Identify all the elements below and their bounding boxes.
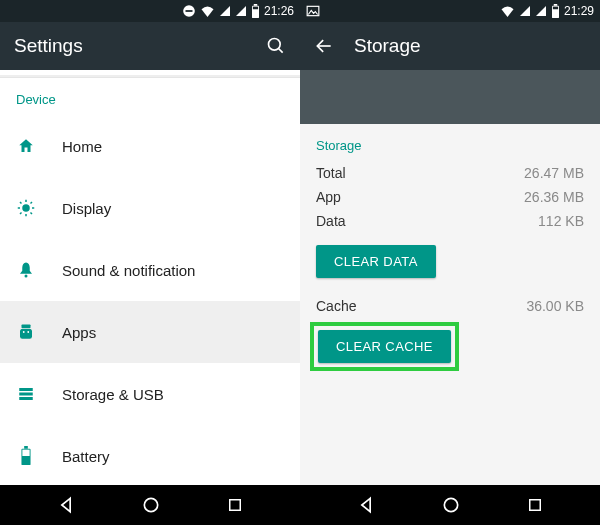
app-bar: Settings (0, 22, 300, 70)
nav-bar (300, 485, 600, 525)
svg-rect-20 (19, 388, 33, 391)
nav-bar (0, 485, 300, 525)
nav-recent[interactable] (226, 496, 244, 514)
list-item-label: Storage & USB (62, 386, 164, 403)
settings-content: Device Home Display Sound & notification (0, 70, 300, 485)
svg-rect-21 (19, 393, 33, 396)
page-title: Settings (14, 35, 246, 57)
list-item-label: Home (62, 138, 102, 155)
row-label: Data (316, 213, 346, 229)
battery-status-icon (251, 4, 260, 18)
svg-line-15 (31, 202, 33, 204)
svg-rect-27 (229, 500, 240, 511)
svg-line-14 (20, 213, 22, 215)
nav-back[interactable] (356, 495, 376, 515)
settings-screen: 21:26 Settings Device Home Display (0, 0, 300, 525)
svg-line-12 (20, 202, 22, 204)
svg-rect-22 (19, 397, 33, 400)
svg-point-33 (444, 498, 457, 511)
row-label: Total (316, 165, 346, 181)
row-label: Cache (316, 298, 356, 314)
list-item-label: Display (62, 200, 111, 217)
svg-line-6 (279, 49, 283, 53)
signal-icon (535, 5, 547, 17)
storage-total-row: Total 26.47 MB (300, 161, 600, 185)
status-clock: 21:26 (264, 4, 294, 18)
storage-content: Storage Total 26.47 MB App 26.36 MB Data… (300, 124, 600, 485)
svg-rect-17 (22, 325, 31, 329)
dnd-icon (182, 4, 196, 18)
storage-cache-row: Cache 36.00 KB (300, 294, 600, 318)
svg-rect-34 (529, 500, 540, 511)
row-value: 26.36 MB (524, 189, 584, 205)
section-header: Device (0, 78, 300, 115)
header-block (300, 70, 600, 124)
storage-screen: 21:29 Storage Storage Total 26.47 MB App… (300, 0, 600, 525)
home-icon (16, 137, 36, 155)
settings-item-display[interactable]: Display (0, 177, 300, 239)
svg-rect-3 (254, 4, 258, 6)
clear-cache-button[interactable]: CLEAR CACHE (318, 330, 451, 363)
svg-point-26 (144, 498, 157, 511)
status-clock: 21:29 (564, 4, 594, 18)
picture-icon (306, 5, 320, 17)
svg-point-18 (23, 331, 25, 333)
status-bar: 21:29 (300, 0, 600, 22)
settings-item-storage[interactable]: Storage & USB (0, 363, 300, 425)
svg-rect-31 (553, 7, 558, 10)
storage-data-row: Data 112 KB (300, 209, 600, 233)
settings-item-sound[interactable]: Sound & notification (0, 239, 300, 301)
status-bar: 21:26 (0, 0, 300, 22)
nav-home[interactable] (441, 495, 461, 515)
svg-rect-1 (185, 10, 192, 12)
wifi-icon (200, 5, 215, 17)
signal-icon (235, 5, 247, 17)
svg-point-19 (27, 331, 29, 333)
divider (0, 70, 300, 78)
nav-recent[interactable] (526, 496, 544, 514)
list-item-label: Battery (62, 448, 110, 465)
svg-point-16 (25, 275, 28, 278)
row-value: 112 KB (538, 213, 584, 229)
svg-rect-25 (22, 450, 29, 456)
highlight-clear-cache: CLEAR CACHE (310, 322, 459, 371)
row-value: 26.47 MB (524, 165, 584, 181)
list-item-label: Apps (62, 324, 96, 341)
storage-app-row: App 26.36 MB (300, 185, 600, 209)
display-icon (16, 199, 36, 217)
page-title: Storage (354, 35, 586, 57)
app-bar: Storage (300, 22, 600, 70)
svg-point-5 (269, 39, 281, 51)
settings-item-battery[interactable]: Battery (0, 425, 300, 485)
wifi-icon (500, 5, 515, 17)
svg-rect-30 (554, 4, 558, 6)
battery-icon (16, 446, 36, 466)
back-button[interactable] (314, 36, 334, 56)
svg-point-7 (22, 204, 30, 212)
svg-line-13 (31, 213, 33, 215)
list-item-label: Sound & notification (62, 262, 195, 279)
signal-icon (519, 5, 531, 17)
apps-icon (16, 323, 36, 341)
signal-icon (219, 5, 231, 17)
storage-icon (16, 385, 36, 403)
clear-data-button[interactable]: CLEAR DATA (316, 245, 436, 278)
row-value: 36.00 KB (526, 298, 584, 314)
battery-status-icon (551, 4, 560, 18)
row-label: App (316, 189, 341, 205)
bell-icon (16, 261, 36, 279)
nav-home[interactable] (141, 495, 161, 515)
search-button[interactable] (266, 36, 286, 56)
svg-rect-24 (24, 446, 28, 449)
settings-item-home[interactable]: Home (0, 115, 300, 177)
settings-item-apps[interactable]: Apps (0, 301, 300, 363)
svg-rect-4 (253, 7, 258, 10)
section-header: Storage (300, 124, 600, 161)
nav-back[interactable] (56, 495, 76, 515)
